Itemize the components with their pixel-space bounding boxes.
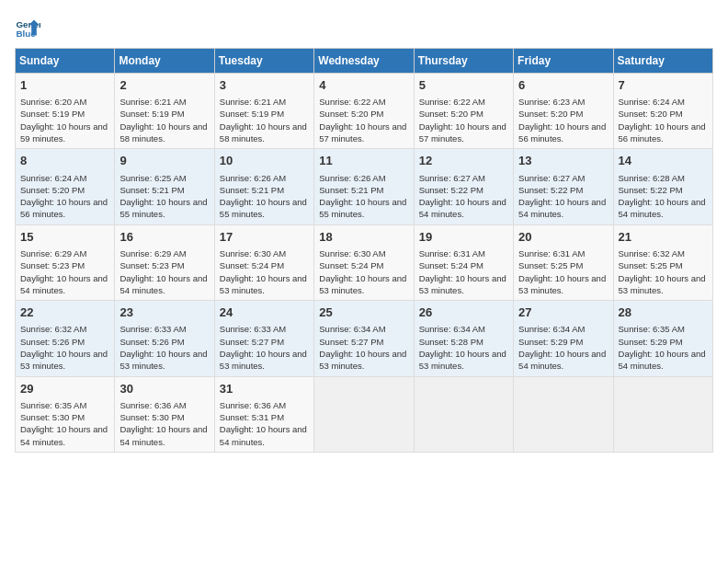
sunset: Sunset: 5:21 PM	[220, 185, 284, 195]
sunset: Sunset: 5:29 PM	[518, 337, 583, 347]
day-number: 13	[518, 153, 608, 169]
sunset: Sunset: 5:20 PM	[619, 109, 683, 119]
page-header: General Blue	[15, 15, 713, 40]
calendar-cell: 26Sunrise: 6:34 AMSunset: 5:28 PMDayligh…	[414, 301, 513, 376]
sunset: Sunset: 5:19 PM	[20, 109, 85, 119]
daylight-label: Daylight: 10 hours and 54 minutes.	[619, 197, 706, 219]
sunset: Sunset: 5:21 PM	[119, 185, 184, 195]
sunrise: Sunrise: 6:29 AM	[20, 248, 86, 259]
day-number: 29	[20, 381, 109, 397]
sunset: Sunset: 5:24 PM	[319, 260, 383, 270]
calendar-cell: 13Sunrise: 6:27 AMSunset: 5:22 PMDayligh…	[514, 149, 613, 224]
sunrise: Sunrise: 6:27 AM	[518, 173, 585, 183]
sunrise: Sunrise: 6:28 AM	[619, 173, 685, 183]
sunset: Sunset: 5:26 PM	[119, 337, 184, 347]
daylight-label: Daylight: 10 hours and 53 minutes.	[220, 273, 307, 295]
day-number: 24	[220, 304, 309, 321]
sunrise: Sunrise: 6:34 AM	[419, 324, 485, 334]
sunset: Sunset: 5:28 PM	[419, 337, 483, 347]
day-number: 11	[319, 153, 408, 169]
calendar-cell: 17Sunrise: 6:30 AMSunset: 5:24 PMDayligh…	[214, 224, 313, 300]
daylight-label: Daylight: 10 hours and 54 minutes.	[619, 349, 706, 371]
header-row: SundayMondayTuesdayWednesdayThursdayFrid…	[16, 49, 713, 74]
sunrise: Sunrise: 6:25 AM	[119, 173, 186, 183]
daylight-label: Daylight: 10 hours and 54 minutes.	[518, 349, 606, 371]
day-header-tuesday: Tuesday	[214, 49, 313, 74]
daylight-label: Daylight: 10 hours and 57 minutes.	[419, 121, 506, 144]
sunrise: Sunrise: 6:23 AM	[518, 97, 585, 107]
sunset: Sunset: 5:19 PM	[119, 109, 184, 119]
day-number: 9	[119, 153, 209, 169]
day-number: 18	[319, 229, 408, 246]
calendar-cell: 27Sunrise: 6:34 AMSunset: 5:29 PMDayligh…	[514, 301, 613, 376]
day-number: 20	[518, 229, 608, 246]
sunrise: Sunrise: 6:34 AM	[319, 324, 385, 334]
sunrise: Sunrise: 6:30 AM	[319, 248, 385, 259]
calendar-cell: 29Sunrise: 6:35 AMSunset: 5:30 PMDayligh…	[16, 376, 115, 452]
calendar-cell	[514, 376, 613, 452]
calendar-cell: 6Sunrise: 6:23 AMSunset: 5:20 PMDaylight…	[514, 74, 613, 149]
sunset: Sunset: 5:19 PM	[220, 109, 284, 119]
calendar-cell: 2Sunrise: 6:21 AMSunset: 5:19 PMDaylight…	[115, 74, 214, 149]
calendar-cell: 7Sunrise: 6:24 AMSunset: 5:20 PMDaylight…	[613, 74, 712, 149]
day-number: 3	[220, 77, 309, 94]
calendar-cell: 25Sunrise: 6:34 AMSunset: 5:27 PMDayligh…	[314, 301, 414, 376]
calendar-cell: 9Sunrise: 6:25 AMSunset: 5:21 PMDaylight…	[115, 149, 214, 224]
calendar-cell: 18Sunrise: 6:30 AMSunset: 5:24 PMDayligh…	[314, 224, 414, 300]
calendar-cell: 20Sunrise: 6:31 AMSunset: 5:25 PMDayligh…	[514, 224, 613, 300]
sunrise: Sunrise: 6:35 AM	[20, 400, 86, 410]
sunset: Sunset: 5:20 PM	[20, 185, 85, 195]
sunset: Sunset: 5:30 PM	[20, 412, 85, 422]
daylight-label: Daylight: 10 hours and 58 minutes.	[119, 121, 207, 144]
day-number: 16	[119, 229, 209, 246]
sunrise: Sunrise: 6:36 AM	[220, 400, 286, 410]
sunset: Sunset: 5:26 PM	[20, 337, 85, 347]
daylight-label: Daylight: 10 hours and 53 minutes.	[419, 273, 506, 295]
sunset: Sunset: 5:27 PM	[220, 337, 284, 347]
day-number: 6	[518, 77, 608, 94]
sunset: Sunset: 5:25 PM	[619, 260, 683, 270]
day-header-monday: Monday	[115, 49, 214, 74]
daylight-label: Daylight: 10 hours and 53 minutes.	[619, 273, 706, 295]
calendar-cell: 31Sunrise: 6:36 AMSunset: 5:31 PMDayligh…	[214, 376, 313, 452]
calendar-cell: 30Sunrise: 6:36 AMSunset: 5:30 PMDayligh…	[115, 376, 214, 452]
daylight-label: Daylight: 10 hours and 54 minutes.	[119, 424, 207, 446]
calendar-cell: 14Sunrise: 6:28 AMSunset: 5:22 PMDayligh…	[613, 149, 712, 224]
logo: General Blue	[15, 15, 40, 40]
day-number: 1	[20, 77, 109, 94]
calendar-cell	[613, 376, 712, 452]
sunset: Sunset: 5:22 PM	[619, 185, 683, 195]
sunrise: Sunrise: 6:27 AM	[419, 173, 485, 183]
sunset: Sunset: 5:20 PM	[319, 109, 383, 119]
week-row-4: 22Sunrise: 6:32 AMSunset: 5:26 PMDayligh…	[16, 301, 713, 376]
daylight-label: Daylight: 10 hours and 54 minutes.	[20, 424, 108, 446]
daylight-label: Daylight: 10 hours and 53 minutes.	[119, 349, 207, 371]
sunrise: Sunrise: 6:34 AM	[518, 324, 585, 334]
daylight-label: Daylight: 10 hours and 53 minutes.	[319, 349, 406, 371]
calendar-cell: 12Sunrise: 6:27 AMSunset: 5:22 PMDayligh…	[414, 149, 513, 224]
sunset: Sunset: 5:22 PM	[419, 185, 483, 195]
sunrise: Sunrise: 6:31 AM	[419, 248, 485, 259]
day-number: 14	[619, 153, 708, 169]
calendar-cell: 11Sunrise: 6:26 AMSunset: 5:21 PMDayligh…	[314, 149, 414, 224]
sunset: Sunset: 5:27 PM	[319, 337, 383, 347]
day-number: 22	[20, 304, 109, 321]
day-header-thursday: Thursday	[414, 49, 513, 74]
day-number: 12	[419, 153, 508, 169]
sunrise: Sunrise: 6:24 AM	[619, 97, 685, 107]
daylight-label: Daylight: 10 hours and 56 minutes.	[619, 121, 706, 144]
week-row-1: 1Sunrise: 6:20 AMSunset: 5:19 PMDaylight…	[16, 74, 713, 149]
calendar-cell: 22Sunrise: 6:32 AMSunset: 5:26 PMDayligh…	[16, 301, 115, 376]
day-number: 26	[419, 304, 508, 321]
daylight-label: Daylight: 10 hours and 55 minutes.	[119, 197, 207, 219]
sunrise: Sunrise: 6:20 AM	[20, 97, 86, 107]
day-number: 19	[419, 229, 508, 246]
sunset: Sunset: 5:23 PM	[20, 260, 85, 270]
daylight-label: Daylight: 10 hours and 53 minutes.	[20, 349, 108, 371]
sunrise: Sunrise: 6:26 AM	[220, 173, 286, 183]
calendar-cell: 23Sunrise: 6:33 AMSunset: 5:26 PMDayligh…	[115, 301, 214, 376]
sunset: Sunset: 5:20 PM	[419, 109, 483, 119]
daylight-label: Daylight: 10 hours and 53 minutes.	[419, 349, 506, 371]
calendar-cell: 16Sunrise: 6:29 AMSunset: 5:23 PMDayligh…	[115, 224, 214, 300]
daylight-label: Daylight: 10 hours and 54 minutes.	[419, 197, 506, 219]
